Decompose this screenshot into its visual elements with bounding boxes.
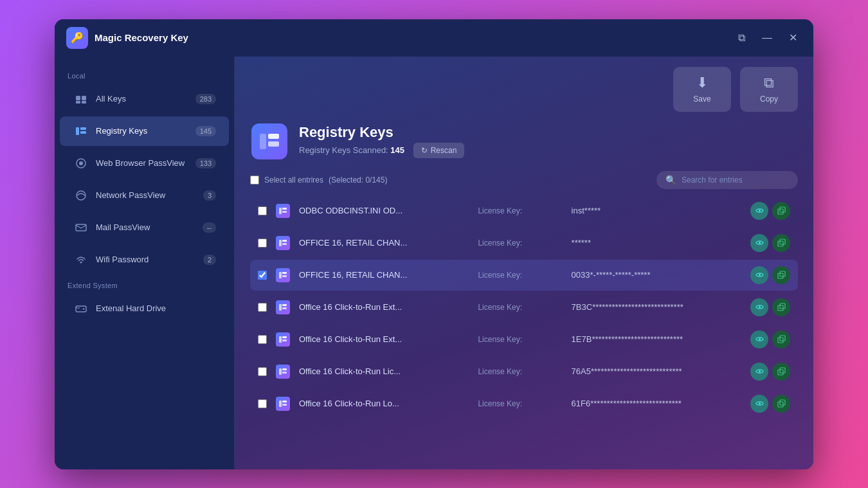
svg-rect-43 <box>282 339 287 341</box>
row-name: Office 16 Click-to-Run Ext... <box>299 302 470 312</box>
svg-rect-17 <box>279 208 282 214</box>
row-registry-icon <box>275 331 291 348</box>
registry-keys-label: Registry Keys <box>96 126 189 136</box>
sidebar-item-all-keys[interactable]: All Keys 283 <box>60 84 229 114</box>
svg-rect-14 <box>260 134 266 149</box>
sidebar-item-external[interactable]: Extenal Hard Drive <box>60 294 229 323</box>
svg-rect-12 <box>76 306 86 312</box>
save-icon: ⬇ <box>696 75 708 91</box>
sidebar-item-registry-keys[interactable]: Registry Keys 145 <box>60 116 229 146</box>
row-registry-icon <box>275 267 291 284</box>
svg-rect-21 <box>780 207 785 212</box>
svg-rect-15 <box>268 134 279 139</box>
row-checkbox[interactable] <box>258 239 267 248</box>
svg-rect-46 <box>778 338 783 343</box>
svg-rect-4 <box>76 127 79 135</box>
row-copy-button[interactable] <box>772 266 790 284</box>
svg-rect-48 <box>282 368 287 370</box>
row-value: 61F6**************************** <box>572 399 743 408</box>
row-copy-button[interactable] <box>772 330 790 348</box>
row-copy-button[interactable] <box>772 363 790 381</box>
registry-keys-icon <box>73 123 89 140</box>
row-checkbox[interactable] <box>258 206 267 215</box>
sidebar-item-network[interactable]: Network PassView 3 <box>60 181 229 210</box>
svg-rect-58 <box>778 402 783 407</box>
row-value: 7B3C**************************** <box>572 302 743 312</box>
row-value: inst***** <box>572 206 743 215</box>
table-row: Office 16 Click-to-Run Ext... License Ke… <box>250 324 798 355</box>
row-view-button[interactable] <box>750 395 768 413</box>
svg-rect-37 <box>282 307 287 309</box>
svg-rect-36 <box>282 304 287 306</box>
row-registry-icon <box>275 203 291 219</box>
row-copy-button[interactable] <box>772 395 790 413</box>
copy-icon: ⧉ <box>764 75 774 91</box>
content: Local All Keys 283 <box>55 57 813 469</box>
row-registry-icon <box>275 299 291 316</box>
all-keys-icon <box>73 91 89 107</box>
save-button[interactable]: ⬇ Save <box>673 67 731 112</box>
search-box: 🔍 <box>656 171 798 189</box>
svg-point-26 <box>759 242 761 244</box>
svg-point-11 <box>80 261 82 263</box>
copy-button[interactable]: ⧉ Copy <box>740 67 798 112</box>
table-row: Office 16 Click-to-Run Lo... License Key… <box>250 388 798 419</box>
sidebar-item-web-browser[interactable]: Web Browser PassView 133 <box>60 149 229 178</box>
rescan-button[interactable]: ↻ Rescan <box>413 143 465 158</box>
svg-point-20 <box>759 210 761 212</box>
minimize-button[interactable]: — <box>758 29 776 47</box>
section-title: Registry Keys <box>299 124 464 141</box>
row-type: License Key: <box>478 206 563 215</box>
svg-rect-54 <box>282 401 287 402</box>
row-copy-button[interactable] <box>772 202 790 220</box>
table-row: OFFICE 16, RETAIL CHAN... License Key: *… <box>250 228 798 258</box>
row-view-button[interactable] <box>750 363 768 381</box>
row-type: License Key: <box>478 239 563 248</box>
row-view-button[interactable] <box>750 298 768 316</box>
entries-table: ODBC ODBCINST.INI OD... License Key: ins… <box>250 195 798 459</box>
row-checkbox[interactable] <box>258 399 267 408</box>
select-all-checkbox[interactable] <box>250 176 259 185</box>
section-subtitle: Registry Keys Scanned: 145 ↻ Rescan <box>299 143 464 158</box>
row-name: ODBC ODBCINST.INI OD... <box>299 206 470 215</box>
svg-point-32 <box>759 274 761 276</box>
svg-rect-18 <box>282 208 287 210</box>
section-count: 145 <box>390 145 404 155</box>
row-type: License Key: <box>478 335 563 344</box>
registry-keys-count: 145 <box>195 126 216 136</box>
web-browser-icon <box>73 155 89 172</box>
row-checkbox[interactable] <box>258 303 267 312</box>
row-registry-icon <box>275 363 291 380</box>
table-row: ODBC ODBCINST.INI OD... License Key: ins… <box>250 195 798 226</box>
close-button[interactable]: ✕ <box>784 29 802 47</box>
restore-button[interactable]: ⧉ <box>732 29 750 47</box>
main-window: 🔑 Magic Recovery Key ⧉ — ✕ Local <box>55 19 813 469</box>
row-view-button[interactable] <box>750 330 768 348</box>
sidebar-item-mail[interactable]: Mail PassView -- <box>60 213 229 242</box>
app-icon-symbol: 🔑 <box>71 32 84 44</box>
toolbar: ⬇ Save ⧉ Copy <box>235 57 813 122</box>
row-checkbox[interactable] <box>258 271 267 280</box>
svg-point-38 <box>759 306 761 308</box>
svg-rect-23 <box>279 240 282 246</box>
svg-rect-28 <box>778 241 783 246</box>
table-row: Office 16 Click-to-Run Ext... License Ke… <box>250 292 798 323</box>
row-name: Office 16 Click-to-Run Lo... <box>299 399 470 408</box>
web-browser-count: 133 <box>195 158 216 168</box>
row-name: Office 16 Click-to-Run Ext... <box>299 334 470 344</box>
row-actions <box>750 234 790 252</box>
row-copy-button[interactable] <box>772 234 790 252</box>
row-copy-button[interactable] <box>772 298 790 316</box>
sidebar-item-wifi[interactable]: Wifi Password 2 <box>60 245 229 275</box>
svg-rect-34 <box>778 273 783 278</box>
row-checkbox[interactable] <box>258 367 267 376</box>
select-all-label[interactable]: Select all entrires (Selected: 0/145) <box>250 176 387 185</box>
row-checkbox[interactable] <box>258 335 267 344</box>
svg-point-9 <box>77 191 86 200</box>
row-view-button[interactable] <box>750 202 768 220</box>
svg-point-13 <box>83 308 84 309</box>
row-view-button[interactable] <box>750 234 768 252</box>
search-input[interactable] <box>682 176 789 185</box>
row-view-button[interactable] <box>750 266 768 284</box>
app-icon: 🔑 <box>66 27 88 49</box>
